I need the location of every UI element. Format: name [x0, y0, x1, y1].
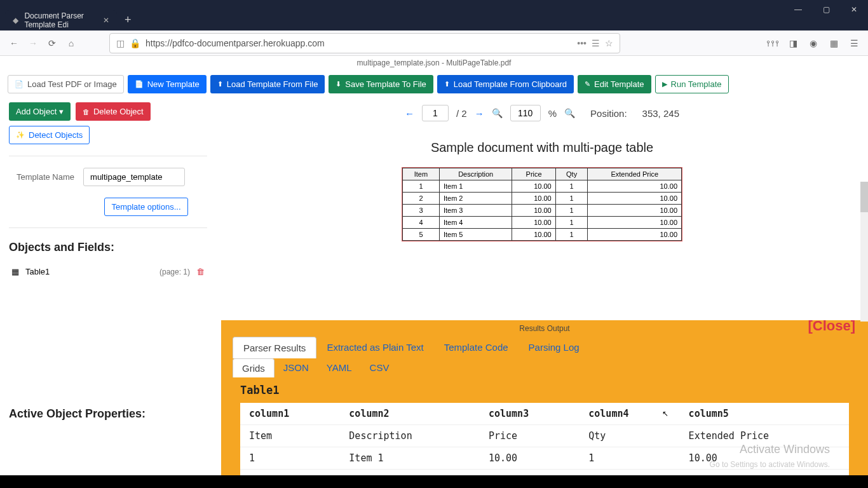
shield-icon: ◫ — [116, 38, 125, 48]
tab-yaml[interactable]: YAML — [318, 358, 361, 377]
magic-icon: ✨ — [16, 131, 25, 139]
tab-parser-results[interactable]: Parser Results — [233, 337, 316, 358]
result-table-name: Table1 — [240, 384, 849, 396]
tab-template-code[interactable]: Template Code — [434, 337, 519, 358]
position-label: Position: — [590, 108, 627, 119]
pdf-toolbar: ← / 2 → 🔍 % 🔍 Position: 353, 245 — [216, 98, 868, 128]
file-label: multipage_template.json - MultiPageTable… — [0, 56, 868, 70]
back-icon[interactable]: ← — [8, 38, 20, 48]
run-template-button[interactable]: ▶Run Template — [655, 75, 729, 93]
add-object-button[interactable]: Add Object ▾ — [9, 102, 71, 121]
close-results-button[interactable]: [Close] — [808, 318, 855, 334]
bookmark-icon[interactable]: ☆ — [605, 38, 613, 48]
edit-icon: ✎ — [585, 80, 590, 88]
tab-extracted-text[interactable]: Extracted as Plain Text — [316, 337, 433, 358]
object-item-table1[interactable]: ▦ Table1 (page: 1) 🗑 — [9, 263, 207, 280]
upload-icon: ⬆ — [217, 80, 223, 88]
new-template-button[interactable]: 📄New Template — [128, 75, 207, 93]
results-panel: Results Output [Close] Parser Results Ex… — [221, 320, 868, 475]
delete-object-button[interactable]: 🗑Delete Object — [76, 102, 151, 121]
object-page: (page: 1) — [159, 268, 190, 276]
table-icon: ▦ — [11, 267, 19, 276]
tab-title: Document Parser Template Edi — [24, 11, 103, 29]
grid-icon[interactable]: ▦ — [827, 38, 840, 48]
template-name-label: Template Name — [17, 172, 74, 182]
results-table: column1column2column3column4column5 Item… — [240, 403, 849, 475]
play-icon: ▶ — [662, 80, 667, 88]
close-icon[interactable]: ✕ — [840, 0, 868, 19]
sidebar-icon[interactable]: ◨ — [787, 38, 799, 48]
zoom-out-icon[interactable]: 🔍 — [492, 108, 503, 118]
reader-icon[interactable]: ☰ — [592, 38, 600, 48]
main-toolbar: 📄Load Test PDF or Image 📄New Template ⬆L… — [0, 70, 868, 98]
result-th: column4 — [580, 403, 679, 425]
tab-json[interactable]: JSON — [275, 358, 318, 377]
page-total-label: / 2 — [456, 108, 467, 119]
pdf-sample-table: ItemDescriptionPriceQtyExtended Price 1I… — [402, 168, 682, 241]
scrollbar[interactable] — [860, 182, 868, 322]
edit-template-button[interactable]: ✎Edit Template — [578, 75, 651, 93]
load-test-pdf-button[interactable]: 📄Load Test PDF or Image — [8, 75, 124, 93]
pdf-th: Description — [439, 168, 512, 180]
zoom-value-input[interactable] — [510, 105, 541, 121]
template-options-button[interactable]: Template options... — [104, 198, 187, 216]
page-number-input[interactable] — [422, 105, 449, 121]
table-row: 5Item 510.00110.00 — [403, 229, 682, 241]
save-template-button[interactable]: ⬇Save Template To File — [329, 75, 433, 93]
pdf-th: Item — [403, 168, 440, 180]
library-icon[interactable]: ⫯⫯⫯ — [766, 38, 779, 48]
next-page-icon[interactable]: → — [475, 108, 484, 119]
results-tabs-primary: Parser Results Extracted as Plain Text T… — [221, 337, 868, 358]
file-icon: 📄 — [135, 80, 144, 88]
file-icon: 📄 — [15, 80, 24, 88]
detect-objects-button[interactable]: ✨Detect Objects — [9, 126, 90, 144]
more-actions-icon[interactable]: ••• — [577, 38, 587, 48]
zoom-pct-label: % — [548, 108, 557, 119]
table-row: 3Item 310.00110.00 — [403, 205, 682, 217]
results-tabs-secondary: Grids JSON YAML CSV — [221, 358, 868, 377]
new-tab-button[interactable]: + — [125, 13, 132, 27]
objects-fields-header: Objects and Fields: — [9, 241, 207, 254]
active-object-properties-header: Active Object Properties: — [9, 407, 207, 421]
url-input[interactable]: ◫ 🔒 https://pdfco-documentparser.herokua… — [109, 33, 620, 53]
account-icon[interactable]: ◉ — [807, 38, 820, 48]
url-text: https://pdfco-documentparser.herokuapp.c… — [146, 38, 572, 48]
template-name-input[interactable] — [83, 168, 185, 186]
address-bar: ← → ⟳ ⌂ ◫ 🔒 https://pdfco-documentparser… — [0, 30, 868, 56]
tab-parsing-log[interactable]: Parsing Log — [519, 337, 590, 358]
tab-grids[interactable]: Grids — [233, 358, 275, 377]
download-icon: ⬇ — [336, 80, 341, 88]
prev-page-icon[interactable]: ← — [405, 108, 414, 119]
menu-icon[interactable]: ☰ — [848, 38, 860, 48]
load-clipboard-button[interactable]: ⬆Load Template From Clipboard — [437, 75, 574, 93]
close-tab-icon[interactable]: ✕ — [103, 16, 109, 25]
zoom-in-icon[interactable]: 🔍 — [564, 108, 575, 118]
results-header: Results Output [Close] — [221, 320, 868, 337]
table-row: 4Item 410.00110.00 — [403, 217, 682, 229]
maximize-icon[interactable]: ▢ — [812, 0, 840, 19]
app-area: multipage_template.json - MultiPageTable… — [0, 56, 868, 475]
result-th: column1 — [240, 403, 340, 425]
lock-icon: 🔒 — [130, 38, 140, 48]
browser-chrome: ◆ Document Parser Template Edi ✕ + — ▢ ✕ — [0, 0, 868, 30]
pdf-title: Sample document with multi-page table — [402, 140, 682, 155]
result-th: column5 — [680, 403, 849, 425]
pdf-th: Extended Price — [588, 168, 682, 180]
table-row: 2Item 210.00110.00 — [240, 470, 849, 476]
trash-icon: 🗑 — [83, 108, 90, 116]
delete-object-icon[interactable]: 🗑 — [196, 267, 205, 276]
results-body[interactable]: Table1 column1column2column3column4colum… — [221, 377, 868, 475]
load-template-file-button[interactable]: ⬆Load Template From File — [210, 75, 325, 93]
pdf-document: Sample document with multi-page table It… — [377, 128, 707, 241]
forward-icon[interactable]: → — [27, 38, 39, 48]
browser-tab[interactable]: ◆ Document Parser Template Edi ✕ — [5, 10, 117, 30]
result-th: column3 — [480, 403, 580, 425]
scrollbar-thumb[interactable] — [860, 182, 868, 212]
tab-csv[interactable]: CSV — [361, 358, 398, 377]
home-icon[interactable]: ⌂ — [65, 38, 78, 48]
object-name: Table1 — [25, 267, 50, 276]
table-row: 2Item 210.00110.00 — [403, 193, 682, 205]
minimize-icon[interactable]: — — [784, 0, 812, 19]
reload-icon[interactable]: ⟳ — [46, 38, 58, 48]
table-row: 1Item 110.00110.00 — [403, 180, 682, 193]
